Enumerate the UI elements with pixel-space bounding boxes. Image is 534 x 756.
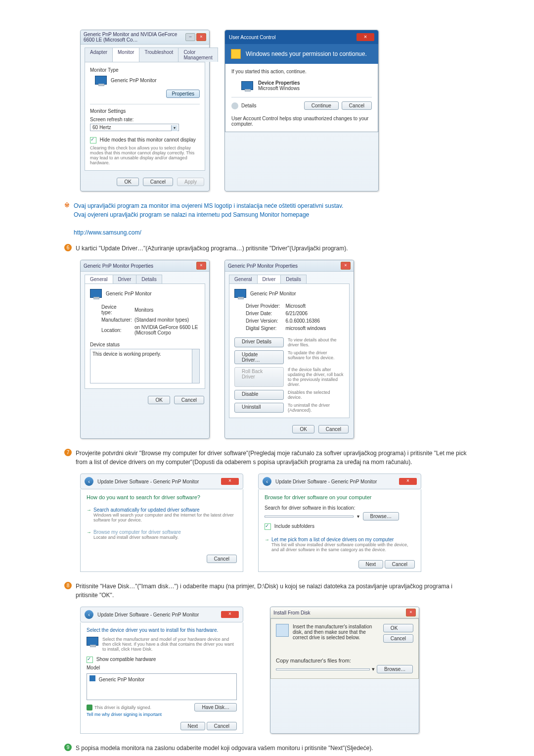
monitor-type-label: Monitor Type [90,67,200,73]
have-disk-button[interactable]: Have Disk… [194,703,237,711]
back-button[interactable]: ‹ [85,610,93,619]
cancel-button[interactable]: Cancel [383,634,413,643]
cancel-button[interactable]: Cancel [342,101,372,110]
shield-icon [231,49,241,59]
include-subfolders-label: Include subfolders [274,523,314,529]
select-driver-dialog: ‹ Update Driver Software - Generic PnP M… [80,607,243,734]
note-marker: ※ [64,201,70,209]
let-me-pick-option[interactable]: Let me pick from a list of device driver… [265,537,415,552]
tab-general[interactable]: General [85,275,113,284]
scrollbar[interactable] [192,349,199,383]
tab-driver[interactable]: Driver [257,275,281,284]
ok-button[interactable]: OK [292,425,314,433]
driver-details-button[interactable]: Driver Details [234,337,284,347]
provider-value: Microsoft [285,303,326,309]
cancel-button[interactable]: Cancel [143,178,173,186]
uac-footnote: User Account Control helps stop unauthor… [231,116,372,127]
tab-details[interactable]: Details [280,275,307,284]
mfr-value: (Standard monitor types) [134,317,199,323]
browse-desc: Locate and install driver software manua… [93,535,237,540]
ok-button[interactable]: OK [117,178,138,186]
copy-path-input[interactable] [276,668,370,670]
update-driver-desc: To update the driver software for this d… [288,350,344,364]
hide-modes-desc: Clearing this check box allows you to se… [90,145,200,165]
model-list[interactable]: Generic PnP Monitor [87,673,237,700]
step-9-marker: 9 [64,744,72,751]
browse-computer-option[interactable]: Browse my computer for driver software L… [87,529,237,540]
ok-button[interactable]: OK [383,624,413,632]
disable-desc: Disables the selected device. [288,390,344,400]
close-button[interactable]: × [196,33,206,41]
device-properties-driver: Generic PnP Monitor Properties × General… [224,260,354,439]
monitor-settings-label: Monitor Settings [90,108,200,114]
next-button[interactable]: Next [180,722,206,730]
step-7-text: Provjerite potvrdni okvir "Browse my com… [76,449,470,467]
close-button[interactable]: × [221,611,239,618]
back-button[interactable]: ‹ [85,477,93,486]
close-button[interactable]: × [406,609,416,616]
close-button[interactable]: × [399,478,417,485]
minimize-button[interactable]: – [185,33,195,41]
search-heading: How do you want to search for driver sof… [87,494,237,500]
hide-modes-checkbox[interactable] [90,137,96,143]
window-title: Install From Disk [273,610,310,615]
date-label: Driver Date: [245,310,284,317]
tab-color-management[interactable]: Color Management [178,47,218,62]
details-toggle[interactable]: Details [241,103,257,108]
uninstall-button[interactable]: Uninstall [234,403,284,413]
cancel-button[interactable]: Cancel [318,425,349,433]
tab-troubleshoot[interactable]: Troubleshoot [139,47,178,62]
refresh-rate-select[interactable]: 60 Hertz ▾ [90,124,179,131]
include-subfolders-checkbox[interactable] [265,523,271,530]
show-compatible-checkbox[interactable] [87,657,93,663]
tab-driver[interactable]: Driver [113,275,137,284]
samsung-link[interactable]: http://www.samsung.com/ [74,229,141,236]
browse-button[interactable]: Browse… [377,665,413,673]
note-line1: Ovaj upravljački program za monitor ima … [74,202,343,209]
breadcrumb: Update Driver Software - Generic PnP Mon… [97,479,199,484]
cancel-button[interactable]: Cancel [385,560,415,568]
tab-general[interactable]: General [229,275,258,284]
disable-button[interactable]: Disable [234,390,284,400]
apply-button[interactable]: Apply [177,178,204,186]
ok-button[interactable]: OK [148,396,170,404]
tab-monitor[interactable]: Monitor [112,47,139,62]
signing-link[interactable]: Tell me why driver signing is important [87,712,162,717]
continue-button[interactable]: Continue [304,101,339,110]
browse-title: Browse my computer for driver software [93,529,181,535]
monitor-icon [87,637,98,646]
close-button[interactable]: × [221,478,239,485]
monitor-icon [95,76,107,85]
path-input[interactable] [265,516,354,518]
signer-value: microsoft windows [285,325,326,331]
update-driver-button[interactable]: Update Driver… [234,350,284,364]
step-6-marker: 6 [64,244,72,251]
signer-label: Digital Signer: [245,325,284,331]
search-auto-option[interactable]: Search automatically for updated driver … [87,507,237,522]
search-auto-title: Search automatically for updated driver … [93,507,200,513]
back-button[interactable]: ‹ [263,477,271,486]
status-label: Device status [90,342,200,347]
close-button[interactable]: × [341,262,351,270]
browse-button[interactable]: Browse… [363,512,399,520]
device-name: Generic PnP Monitor [250,291,296,296]
breadcrumb: Update Driver Software - Generic PnP Mon… [97,612,199,617]
close-button[interactable]: × [356,33,374,41]
titlebar: Generic PnP Monitor and NVIDIA GeForce 6… [81,30,209,45]
cancel-button[interactable]: Cancel [207,722,237,730]
next-button[interactable]: Next [358,560,384,568]
search-driver-dialog: ‹ Update Driver Software - Generic PnP M… [80,473,243,572]
properties-button[interactable]: Properties [166,90,200,98]
browse-driver-dialog: ‹ Update Driver Software - Generic PnP M… [258,473,421,572]
tab-details[interactable]: Details [136,275,162,284]
cancel-button[interactable]: Cancel [174,396,204,404]
refresh-rate-label: Screen refresh rate: [90,117,200,122]
tab-adapter[interactable]: Adapter [85,47,113,62]
rollback-button[interactable]: Roll Back Driver [234,367,284,387]
close-button[interactable]: × [196,262,206,270]
cancel-button[interactable]: Cancel [207,555,237,563]
uac-headline: Windows needs your permission to contion… [246,50,367,57]
show-compatible-label: Show compatible hardware [96,657,156,662]
status-text: This device is working properly. [92,351,161,357]
search-auto-desc: Windows will search your computer and th… [93,513,237,522]
